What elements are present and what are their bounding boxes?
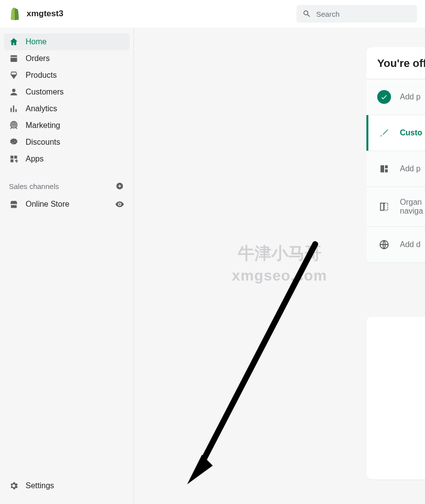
customers-icon	[9, 87, 19, 97]
add-channel-button[interactable]	[115, 181, 125, 191]
setup-row-add-pages[interactable]: Add p	[366, 151, 425, 187]
home-icon	[9, 37, 19, 47]
svg-rect-1	[381, 203, 384, 211]
sales-channels-header: Sales channels	[4, 181, 130, 191]
sidebar-item-orders[interactable]: Orders	[4, 50, 130, 67]
sidebar-item-label: Analytics	[26, 104, 57, 113]
setup-row-label: Add p	[400, 164, 421, 173]
svg-line-4	[198, 244, 315, 471]
topbar: xmgtest3 Search	[0, 0, 425, 28]
sidebar-item-label: Customers	[26, 88, 64, 96]
annotation-arrow-icon	[178, 239, 321, 490]
setup-card: You're off Add p Custo Add p	[366, 47, 425, 262]
watermark-line2: xmgseo.com	[232, 265, 327, 285]
sidebar-item-apps[interactable]: Apps	[4, 151, 130, 167]
sidebar-item-marketing[interactable]: Marketing	[4, 117, 130, 134]
setup-row-label: Custo	[400, 128, 422, 137]
nav-list: Home Orders Products Customers	[4, 33, 130, 167]
store-icon	[9, 199, 19, 209]
channel-item-label: Online Store	[26, 200, 69, 209]
sidebar-item-label: Home	[26, 37, 47, 46]
sidebar-item-label: Products	[26, 71, 57, 80]
pages-icon	[377, 162, 391, 176]
marketing-icon	[9, 121, 19, 130]
sidebar-item-label: Apps	[26, 155, 43, 163]
sales-channels-label: Sales channels	[9, 182, 59, 190]
orders-icon	[9, 54, 19, 63]
sidebar-item-label: Discounts	[26, 138, 60, 147]
shopify-logo-icon	[8, 7, 22, 21]
store-name: xmgtest3	[27, 9, 64, 19]
check-icon	[377, 90, 391, 104]
watermark: 牛津小马哥 xmgseo.com	[232, 242, 327, 286]
setup-row-organize[interactable]: Organ naviga	[366, 187, 425, 227]
setup-row-label: Organ naviga	[400, 198, 423, 216]
setup-row-label: Add p	[400, 93, 421, 101]
setup-card-title: You're off	[366, 47, 425, 79]
view-store-button[interactable]	[115, 199, 125, 209]
sidebar-item-label: Orders	[26, 54, 50, 63]
settings-label: Settings	[26, 481, 54, 490]
sidebar: Home Orders Products Customers	[0, 28, 134, 504]
watermark-line1: 牛津小马哥	[232, 242, 327, 265]
svg-rect-2	[385, 203, 388, 211]
apps-icon	[9, 154, 19, 164]
setup-row-label: Add d	[400, 240, 421, 249]
sidebar-item-products[interactable]: Products	[4, 67, 130, 84]
secondary-card	[366, 317, 425, 479]
brush-icon	[377, 126, 391, 140]
sidebar-item-discounts[interactable]: Discounts	[4, 134, 130, 151]
analytics-icon	[9, 104, 19, 114]
discounts-icon	[9, 137, 19, 147]
search-input[interactable]: Search	[296, 5, 417, 23]
products-icon	[9, 70, 19, 80]
globe-icon	[377, 238, 391, 252]
organize-icon	[377, 200, 391, 214]
settings-link[interactable]: Settings	[4, 477, 130, 494]
search-placeholder-text: Search	[316, 10, 340, 18]
sidebar-item-analytics[interactable]: Analytics	[4, 100, 130, 117]
sidebar-item-home[interactable]: Home	[4, 33, 130, 50]
sidebar-item-label: Marketing	[26, 121, 60, 130]
channel-item-online-store[interactable]: Online Store	[4, 196, 130, 213]
setup-row-customize[interactable]: Custo	[366, 115, 425, 151]
sidebar-item-customers[interactable]: Customers	[4, 84, 130, 100]
search-icon	[302, 9, 311, 18]
gear-icon	[9, 481, 19, 491]
setup-row-add-domain[interactable]: Add d	[366, 227, 425, 262]
setup-row-add-product[interactable]: Add p	[366, 79, 425, 115]
svg-marker-5	[187, 455, 213, 484]
main-content: 牛津小马哥 xmgseo.com You're off Add p Custo	[134, 28, 425, 504]
